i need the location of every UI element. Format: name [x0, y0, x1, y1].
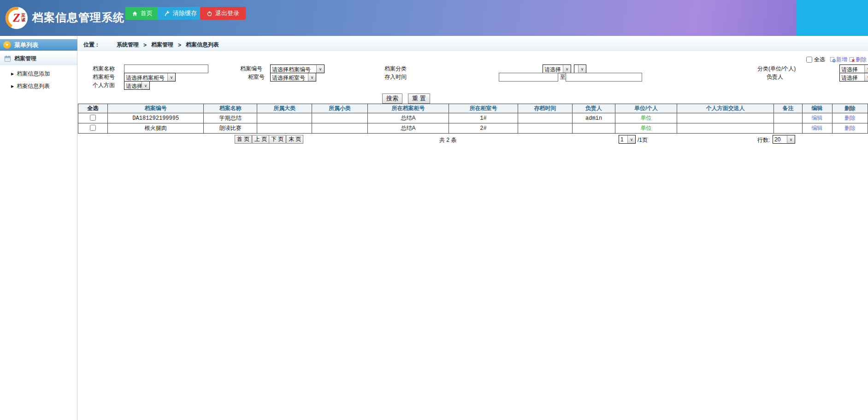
cell-edit: 编辑 — [802, 123, 832, 134]
archive-subcategory-select[interactable]: ∨ — [574, 64, 586, 73]
archive-subcategory-select-value — [574, 65, 578, 73]
page-select[interactable]: 1 ∨ — [619, 135, 636, 144]
breadcrumb: 位置： 系统管理 > 档案管理 > 档案信息列表 — [78, 40, 868, 51]
table-header-row: 全选 档案编号 档案名称 所属大类 所属小类 所在档案柜号 所在柜室号 存档时间… — [78, 104, 868, 113]
manager-label: 负责人 — [767, 73, 783, 81]
cell-archive-name: 朗读比赛 — [204, 123, 257, 134]
col-room-no: 所在柜室号 — [449, 104, 518, 113]
row-checkbox[interactable] — [90, 115, 96, 121]
chevron-down-icon: ∨ — [308, 73, 316, 81]
store-time-label: 存入时间 — [384, 73, 407, 81]
manager-select-value: 请选择 — [840, 73, 864, 81]
cell-archive-name: 学期总结 — [204, 113, 257, 123]
power-icon — [207, 11, 213, 17]
first-page-button[interactable]: 首 页 — [235, 135, 252, 144]
bullet-arrow-icon: ▶ — [11, 72, 14, 76]
archive-no-select[interactable]: 请选择档案编号 ∨ — [270, 64, 325, 73]
chevron-down-icon: ∨ — [787, 135, 795, 143]
cell-minor-category — [312, 113, 367, 123]
breadcrumb-item-system[interactable]: 系统管理 — [117, 41, 139, 49]
edit-link[interactable]: 编辑 — [812, 125, 823, 131]
next-page-button[interactable]: 下 页 — [269, 135, 286, 144]
store-time-to-input[interactable] — [566, 73, 642, 82]
table-row: DA181292199995 学期总结 总结A 1# admin 单位 编辑 删… — [78, 113, 868, 123]
sidebar-item-archive-list[interactable]: ▶ 档案信息列表 — [0, 82, 77, 91]
clear-cache-button-label: 清除缓存 — [173, 9, 197, 18]
cabinet-no-select[interactable]: 请选择档案柜号 ∨ — [124, 73, 176, 82]
home-icon — [132, 11, 138, 17]
personal-select[interactable]: 请选择 ∨ — [124, 81, 150, 90]
breadcrumb-item-archive[interactable]: 档案管理 — [151, 41, 173, 49]
header-right-block — [797, 0, 868, 36]
calendar-icon — [4, 55, 11, 62]
sidebar-menu-title: 菜单列表 — [14, 41, 38, 49]
cell-unit-person: 单位 — [615, 113, 677, 123]
breadcrumb-separator: > — [143, 42, 147, 48]
cell-manager — [573, 123, 615, 134]
cell-remark — [774, 113, 802, 123]
cell-cabinet-no: 总结A — [367, 113, 449, 123]
pagination: 首 页 上 页 下 页 末 页 共 2 条 1 ∨ /1页 行数: 20 ∨ — [78, 134, 868, 146]
col-archive-no: 档案编号 — [108, 104, 204, 113]
logout-button[interactable]: 退出登录 — [200, 7, 246, 20]
sidebar-item-label: 档案信息添加 — [17, 70, 50, 78]
cell-cabinet-no: 总结A — [367, 123, 449, 134]
col-cabinet-no: 所在档案柜号 — [367, 104, 449, 113]
total-count-label: 共 2 条 — [439, 136, 456, 144]
edit-link[interactable]: 编辑 — [812, 115, 823, 121]
rows-per-page-select[interactable]: 20 ∨ — [773, 135, 795, 144]
col-archive-name: 档案名称 — [204, 104, 257, 113]
cell-unit-person: 单位 — [615, 123, 677, 134]
reset-button[interactable]: 重 置 — [408, 93, 430, 104]
archive-category-select[interactable]: 请选择 ∨ — [543, 64, 571, 73]
search-button[interactable]: 搜索 — [382, 93, 402, 104]
cell-store-time — [518, 113, 572, 123]
sidebar-item-label: 档案信息列表 — [17, 82, 50, 90]
store-time-from-input[interactable] — [499, 73, 558, 82]
prev-page-button[interactable]: 上 页 — [252, 135, 269, 144]
breadcrumb-label: 位置： — [83, 41, 100, 49]
room-no-select[interactable]: 请选择柜室号 ∨ — [270, 73, 316, 82]
personal-label: 个人方面 — [93, 81, 115, 89]
sidebar-menu-header[interactable]: ▼ 菜单列表 — [0, 39, 77, 51]
rows-per-page-value: 20 — [773, 135, 787, 143]
sidebar-section-archive-management[interactable]: 档案管理 — [0, 53, 77, 65]
archive-category-label: 档案分类 — [384, 64, 407, 73]
logo-brand-text: 至诚 — [21, 13, 26, 22]
classification-select[interactable]: 请选择 ∨ — [839, 64, 868, 73]
search-form: 档案名称 档案编号 请选择档案编号 ∨ 档案分类 请选择 ∨ ∨ 分类(单位/个… — [78, 61, 868, 92]
breadcrumb-separator: > — [178, 42, 181, 48]
manager-select[interactable]: 请选择 ∨ — [839, 73, 868, 82]
col-major-category: 所属大类 — [257, 104, 312, 113]
logo-letter: Z — [13, 12, 20, 24]
delete-link[interactable]: 删除 — [844, 125, 856, 131]
cell-delete: 删除 — [832, 123, 868, 134]
row-checkbox-cell — [78, 113, 108, 123]
main-content: 位置： 系统管理 > 档案管理 > 档案信息列表 全选 新增 删除 档案名 — [78, 36, 868, 420]
archive-name-label: 档案名称 — [93, 64, 115, 73]
store-time-to-label: 至 — [560, 73, 566, 81]
chevron-down-icon: ∨ — [316, 65, 324, 73]
clear-cache-button[interactable]: 清除缓存 — [158, 7, 203, 20]
row-checkbox[interactable] — [90, 125, 96, 131]
chevron-down-icon: ∨ — [864, 65, 868, 73]
app-logo: Z 至诚 — [6, 7, 28, 29]
sidebar-item-archive-add[interactable]: ▶ 档案信息添加 — [0, 69, 77, 78]
cell-minor-category — [312, 123, 367, 134]
cell-delete: 删除 — [832, 113, 868, 123]
cell-room-no: 2# — [449, 123, 518, 134]
home-button-label: 首页 — [141, 9, 153, 18]
archive-category-select-value: 请选择 — [543, 65, 563, 73]
archive-name-input[interactable] — [124, 64, 208, 73]
cell-manager: admin — [573, 113, 615, 123]
rows-per-page-label: 行数: — [757, 136, 770, 144]
col-unit-person: 单位/个人 — [615, 104, 677, 113]
home-button[interactable]: 首页 — [125, 7, 159, 20]
col-delete: 删除 — [832, 104, 868, 113]
chevron-down-icon: ▼ — [3, 41, 11, 49]
delete-link[interactable]: 删除 — [844, 115, 856, 121]
chevron-down-icon: ∨ — [864, 73, 868, 81]
chevron-down-icon: ∨ — [142, 82, 149, 89]
last-page-button[interactable]: 末 页 — [286, 135, 303, 144]
archive-table: 全选 档案编号 档案名称 所属大类 所属小类 所在档案柜号 所在柜室号 存档时间… — [78, 104, 868, 134]
